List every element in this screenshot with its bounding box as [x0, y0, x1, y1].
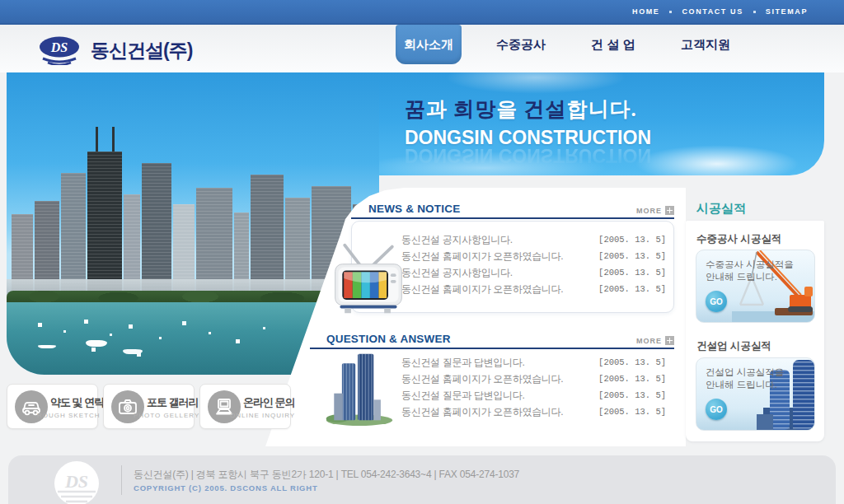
sitemap-link[interactable]: SITEMAP — [766, 7, 808, 16]
footer-company-info: 동신건설(주) | 경북 포항시 북구 동빈2가 120-1 | TEL 054… — [134, 468, 519, 482]
qa-item[interactable]: 동신건설 질문과 답변입니다. [2005. 13. 5] — [401, 354, 666, 371]
news-item[interactable]: 동신건설 공지사항입니다. [2005. 13. 5] — [401, 264, 666, 281]
news-title: NEWS & NOTICE — [368, 203, 460, 215]
plus-icon — [665, 336, 674, 345]
tv-icon — [329, 239, 408, 318]
qa-section-header: QUESTION & ANSWER MORE — [326, 333, 674, 345]
news-more-button[interactable]: MORE — [636, 206, 674, 215]
footer-ds-logo-icon: DS — [51, 460, 102, 504]
twin-towers-icon — [320, 348, 399, 427]
svg-text:DS: DS — [50, 40, 68, 54]
sidebar-title: 시공실적 — [696, 201, 746, 217]
cloud-decoration — [445, 72, 626, 94]
go-button-underwater[interactable]: GO — [706, 291, 727, 312]
hero-subtitle-reflection: DONGSIN CONSTRUCTION — [405, 144, 651, 166]
nav-tab-customer-support[interactable]: 고객지원 — [673, 25, 738, 64]
company-name: 동신건설(주) — [91, 38, 192, 63]
nav-tab-underwater-works[interactable]: 수중공사 — [488, 25, 554, 64]
sidebar-panel: 수중공사 시공실적 수중공사 시공실적을 안내해 드립니다. GO 건설업 — [686, 221, 824, 441]
footer: DS 동신건설(주) | 경북 포항시 북구 동빈2가 120-1 | TEL … — [8, 455, 836, 504]
svg-text:DS: DS — [64, 471, 88, 492]
news-item[interactable]: 동신건설 홈페이지가 오픈하였습니다. [2005. 13. 5] — [401, 281, 666, 297]
news-list: 동신건설 공지사항입니다. [2005. 13. 5] 동신건설 홈페이지가 오… — [401, 231, 666, 297]
quicklink-photo-gallery[interactable]: 포토 갤러리 PHOTO GELLERY — [103, 384, 195, 429]
hero-headline: 꿈과 희망을 건설합니다. — [405, 96, 651, 123]
main-nav: 회사소개 수중공사 건 설 업 고객지원 — [396, 25, 765, 72]
contact-us-link[interactable]: CONTACT US — [682, 7, 743, 16]
plus-icon — [665, 206, 674, 215]
qa-item[interactable]: 동신건설 질문과 답변입니다. [2005. 13. 5] — [401, 387, 666, 404]
home-link[interactable]: HOME — [632, 7, 659, 16]
header: DS 동신건설(주) 회사소개 수중공사 건 설 업 고객지원 — [0, 25, 844, 72]
cloud-decoration — [635, 145, 799, 175]
footer-divider — [121, 465, 122, 495]
quicklink-directions[interactable]: 약도 및 연락처 ROUGH SKETCH — [7, 384, 98, 429]
qa-item[interactable]: 동신건설 홈페이지가 오픈하였습니다. [2005. 13. 5] — [401, 404, 666, 420]
card-construction-desc: 건설업 시공실적을 안내해 드립니다. — [706, 366, 784, 391]
bullet-icon — [753, 11, 756, 13]
qa-item[interactable]: 동신건설 홈페이지가 오픈하였습니다. [2005. 13. 5] — [401, 371, 666, 387]
qa-list: 동신건설 질문과 답변입니다. [2005. 13. 5] 동신건설 홈페이지가… — [401, 354, 666, 420]
nav-tab-construction[interactable]: 건 설 업 — [580, 25, 646, 64]
quicklink-online-inquiry[interactable]: 온라인 문의 ONLINE INQUIRY — [199, 384, 291, 429]
news-item[interactable]: 동신건설 공지사항입니다. [2005. 13. 5] — [401, 231, 666, 248]
bullet-icon — [669, 11, 672, 13]
qa-more-button[interactable]: MORE — [636, 336, 674, 345]
card-underwater-works[interactable]: 수중공사 시공실적을 안내해 드립니다. GO — [696, 250, 815, 323]
ds-logo-icon: DS — [38, 35, 81, 65]
card-label-underwater: 수중공사 시공실적 — [696, 232, 781, 246]
topbar-links: HOME CONTACT US SITEMAP — [632, 7, 808, 16]
card-underwater-desc: 수중공사 시공실적을 안내해 드립니다. — [706, 259, 794, 283]
footer-copyright: COPYRIGHT (C) 2005. DSCONS ALL RIGHT — [134, 483, 318, 492]
boat — [86, 340, 107, 347]
card-label-construction: 건설업 시공실적 — [696, 339, 771, 353]
company-logo[interactable]: DS 동신건설(주) — [38, 35, 192, 65]
news-section-header: NEWS & NOTICE MORE — [368, 203, 674, 215]
page: HOME CONTACT US SITEMAP DS 동신건설(주) 회사소개 … — [0, 0, 844, 504]
hero-text: 꿈과 희망을 건설합니다. DONGSIN CONSTRUCTION DONGS… — [405, 96, 651, 166]
boats — [7, 374, 7, 375]
card-construction[interactable]: 건설업 시공실적을 안내해 드립니다. GO — [696, 357, 815, 431]
news-item[interactable]: 동신건설 홈페이지가 오픈하였습니다. [2005. 13. 5] — [401, 248, 666, 264]
qa-title: QUESTION & ANSWER — [326, 333, 451, 345]
go-button-construction[interactable]: GO — [706, 399, 727, 420]
nav-tab-company-intro[interactable]: 회사소개 — [396, 25, 462, 64]
news-divider — [351, 217, 674, 219]
topbar: HOME CONTACT US SITEMAP — [0, 0, 844, 25]
